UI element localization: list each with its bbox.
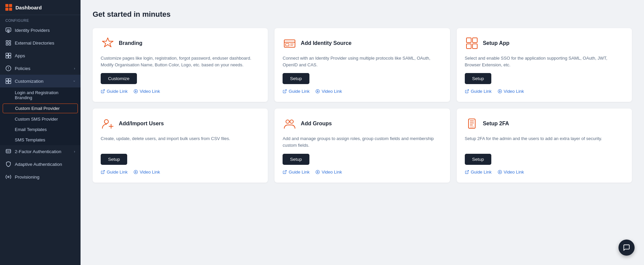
card-add-groups-header: Add Groups	[283, 117, 442, 131]
add-groups-guide-link[interactable]: Guide Link	[283, 170, 309, 175]
svg-point-50	[316, 170, 320, 174]
add-groups-setup-button[interactable]: Setup	[283, 154, 309, 165]
svg-line-57	[466, 170, 468, 172]
svg-line-44	[102, 170, 104, 172]
sidebar-item-identity-providers[interactable]: Identity Providers	[0, 24, 81, 37]
svg-rect-6	[6, 44, 8, 45]
setup-2fa-button[interactable]: Setup	[465, 154, 491, 165]
svg-point-22	[8, 176, 9, 178]
svg-rect-36	[466, 44, 471, 49]
svg-rect-16	[9, 79, 11, 81]
policies-chevron: ›	[74, 66, 75, 70]
svg-rect-18	[9, 81, 11, 84]
svg-line-49	[285, 170, 287, 172]
login-branding-label: Login and Registration Branding	[15, 90, 75, 100]
sidebar: Dashboard Configure Identity Providers E…	[0, 0, 81, 265]
sidebar-item-2fa[interactable]: 123 2-Factor Authentication ›	[0, 145, 81, 158]
card-add-import-users: Add/Import Users Create, update, delete …	[93, 109, 268, 182]
sidebar-item-policies[interactable]: Policies ›	[0, 62, 81, 75]
add-groups-video-link[interactable]: Video Link	[315, 170, 342, 175]
setup-2fa-icon	[465, 117, 479, 131]
setup-app-icon	[465, 36, 479, 50]
add-import-users-icon	[101, 117, 115, 131]
sidebar-subitem-email-templates[interactable]: Email Templates	[0, 124, 81, 135]
svg-rect-35	[473, 38, 477, 43]
identity-source-video-link[interactable]: Video Link	[315, 89, 342, 94]
sidebar-section-configure: Configure	[0, 15, 81, 24]
identity-source-setup-button[interactable]: Setup	[283, 73, 309, 84]
card-add-identity-source: Add Identity Source Connect with an Iden…	[275, 28, 450, 102]
custom-icon	[5, 78, 11, 84]
card-add-groups: Add Groups Add and manage groups to assi…	[275, 109, 450, 182]
svg-marker-46	[136, 171, 137, 173]
sidebar-item-adaptive-auth[interactable]: Adaptive Authentication	[0, 158, 81, 171]
card-identity-source-desc: Connect with an Identity Provider using …	[283, 55, 442, 68]
sidebar-subitem-custom-sms[interactable]: Custom SMS Provider	[0, 114, 81, 124]
sidebar-item-external-directories[interactable]: External Directories	[0, 37, 81, 49]
svg-marker-51	[317, 171, 318, 173]
branding-customize-button[interactable]: Customize	[101, 73, 137, 84]
sidebar-subitem-sms-templates[interactable]: SMS Templates	[0, 135, 81, 145]
svg-point-39	[498, 89, 502, 93]
svg-rect-37	[473, 44, 477, 49]
setup-app-guide-link[interactable]: Guide Link	[465, 89, 492, 94]
page-title: Get started in minutes	[93, 10, 632, 19]
sidebar-item-apps[interactable]: Apps	[0, 49, 81, 62]
prov-icon	[5, 174, 11, 180]
setup-2fa-guide-link[interactable]: Guide Link	[465, 170, 492, 175]
add-import-users-setup-button[interactable]: Setup	[101, 154, 127, 165]
card-branding-title: Branding	[119, 40, 142, 46]
card-identity-source-title: Add Identity Source	[301, 40, 351, 46]
svg-rect-1	[7, 30, 9, 31]
chat-fab[interactable]	[618, 240, 635, 256]
svg-rect-34	[466, 38, 471, 43]
custom-sms-label: Custom SMS Provider	[15, 117, 58, 122]
svg-line-38	[466, 90, 468, 92]
card-branding: Branding Customize pages like login, reg…	[93, 28, 268, 102]
sidebar-title: Dashboard	[15, 5, 42, 10]
sms-templates-label: SMS Templates	[15, 137, 45, 142]
sidebar-item-customization[interactable]: Customization ›	[0, 75, 81, 87]
email-templates-label: Email Templates	[15, 127, 47, 132]
sidebar-label-2fa: 2-Factor Authentication	[15, 149, 61, 154]
apps-icon	[5, 53, 11, 59]
sidebar-label-policies: Policies	[15, 66, 31, 71]
card-setup-app: Setup App Select and enable SSO for the …	[457, 28, 632, 102]
branding-video-link[interactable]: Video Link	[134, 89, 160, 94]
customization-chevron: ›	[72, 80, 77, 82]
svg-point-58	[498, 170, 502, 174]
branding-guide-link[interactable]: Guide Link	[101, 89, 128, 94]
sidebar-subitem-login-branding[interactable]: Login and Registration Branding	[0, 87, 81, 103]
svg-rect-4	[6, 41, 8, 42]
card-add-import-users-title: Add/Import Users	[119, 121, 164, 127]
branding-icon	[101, 36, 115, 50]
svg-point-45	[134, 170, 138, 174]
svg-rect-28	[286, 44, 289, 46]
card-setup-2fa-title: Setup 2FA	[483, 121, 509, 127]
svg-rect-11	[9, 56, 11, 58]
identity-source-links: Guide Link Video Link	[283, 89, 442, 94]
card-branding-header: Branding	[101, 36, 260, 50]
sidebar-item-provisioning[interactable]: Provisioning	[0, 171, 81, 183]
svg-point-32	[316, 89, 320, 93]
branding-links: Guide Link Video Link	[101, 89, 260, 94]
svg-rect-8	[6, 53, 8, 56]
sidebar-label-apps: Apps	[15, 53, 25, 58]
add-import-users-guide-link[interactable]: Guide Link	[101, 170, 128, 175]
svg-rect-5	[9, 41, 11, 42]
sidebar-subitem-custom-email[interactable]: Custom Email Provider	[3, 104, 78, 113]
svg-rect-17	[6, 81, 8, 84]
setup-app-button[interactable]: Setup	[465, 73, 491, 84]
add-groups-icon	[283, 117, 297, 131]
svg-point-48	[290, 120, 293, 123]
svg-rect-7	[9, 44, 11, 45]
setup-2fa-video-link[interactable]: Video Link	[498, 170, 524, 175]
identity-source-guide-link[interactable]: Guide Link	[283, 89, 309, 94]
card-add-import-users-desc: Create, update, delete users, and import…	[101, 135, 260, 149]
setup-app-video-link[interactable]: Video Link	[498, 89, 524, 94]
card-setup-2fa-desc: Setup 2FA for the admin and the users to…	[465, 135, 624, 149]
dashboard-logo-icon	[5, 4, 12, 11]
card-add-groups-title: Add Groups	[301, 121, 332, 127]
add-import-users-video-link[interactable]: Video Link	[134, 170, 160, 175]
svg-marker-33	[317, 91, 318, 92]
